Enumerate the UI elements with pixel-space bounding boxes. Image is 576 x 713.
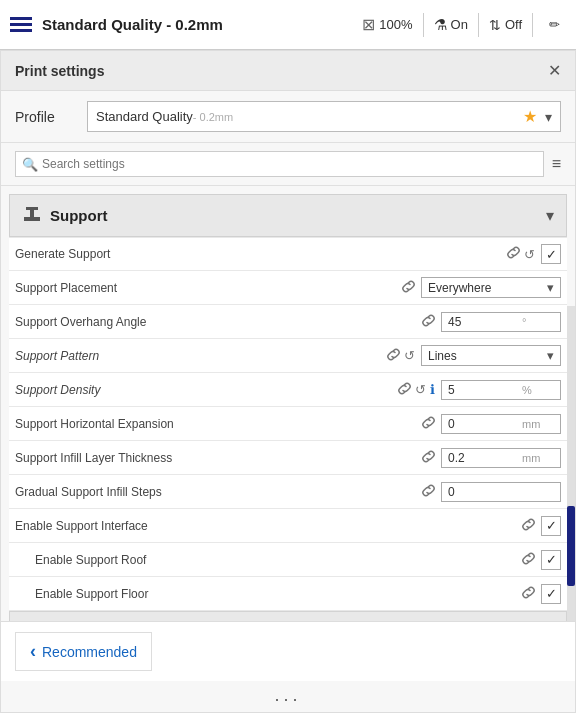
support-section-header[interactable]: Support ▾ xyxy=(9,194,567,237)
profile-value: Standard Quality- 0.2mm xyxy=(96,109,233,124)
section-header-left: Support xyxy=(22,203,108,228)
settings-content: Support ▾ Generate Support↺Support Place… xyxy=(1,186,575,621)
row-icons: ↺ xyxy=(387,348,415,364)
scrollbar-thumb[interactable] xyxy=(567,506,575,586)
row-icon[interactable] xyxy=(422,450,435,466)
row-checkbox[interactable] xyxy=(541,516,561,536)
separator-2 xyxy=(478,13,479,37)
row-icon[interactable]: ↺ xyxy=(404,348,415,363)
row-icon[interactable] xyxy=(398,382,411,398)
row-icon[interactable] xyxy=(507,246,520,262)
row-number-input xyxy=(441,482,561,502)
number-field[interactable] xyxy=(442,381,522,399)
row-icon[interactable]: ↺ xyxy=(524,247,535,262)
row-label: Support Overhang Angle xyxy=(15,315,422,329)
row-checkbox[interactable] xyxy=(541,550,561,570)
row-dropdown[interactable]: Everywhere▾ xyxy=(421,277,561,298)
scrollbar-track xyxy=(567,306,575,621)
percent-badge: ⊠ 100% xyxy=(362,15,412,34)
flask-badge: ⚗ On xyxy=(434,16,468,34)
row-dropdown-text: Everywhere xyxy=(428,281,491,295)
row-checkbox[interactable] xyxy=(541,584,561,604)
table-row: Support Overhang Angle° xyxy=(9,305,567,339)
profile-select-icons: ★ ▾ xyxy=(523,107,552,126)
recommended-chevron: ‹ xyxy=(30,641,36,662)
row-icons xyxy=(422,450,435,466)
toolbar: Standard Quality - 0.2mm ⊠ 100% ⚗ On ⇅ O… xyxy=(0,0,576,50)
row-value xyxy=(441,482,561,502)
row-icon[interactable] xyxy=(422,484,435,500)
row-label: Gradual Support Infill Steps xyxy=(15,485,422,499)
row-checkbox[interactable] xyxy=(541,244,561,264)
flask-icon: ⚗ xyxy=(434,16,447,34)
panel-header: Print settings ✕ xyxy=(1,51,575,91)
adjust-icon: ⇅ xyxy=(489,17,501,33)
pencil-icon[interactable]: ✏ xyxy=(543,15,566,34)
table-row: Enable Support Roof xyxy=(9,543,567,577)
separator-1 xyxy=(423,13,424,37)
row-number-input: mm xyxy=(441,414,561,434)
row-icons xyxy=(422,416,435,432)
row-label: Support Horizontal Expansion xyxy=(15,417,422,431)
svg-rect-2 xyxy=(10,29,32,32)
unit-label: mm xyxy=(522,452,546,464)
table-row: Generate Support↺ xyxy=(9,237,567,271)
number-field[interactable] xyxy=(442,483,522,501)
row-value: mm xyxy=(441,414,561,434)
number-field[interactable] xyxy=(442,449,522,467)
row-value xyxy=(541,584,561,604)
row-dropdown[interactable]: Lines▾ xyxy=(421,345,561,366)
percent-value: 100% xyxy=(379,17,412,32)
dots-bar: ... xyxy=(1,681,575,712)
row-icon[interactable] xyxy=(402,280,415,296)
separator-3 xyxy=(532,13,533,37)
build-plate-icon xyxy=(22,620,42,621)
table-row: Enable Support Interface xyxy=(9,509,567,543)
row-value: ° xyxy=(441,312,561,332)
table-row: Gradual Support Infill Steps xyxy=(9,475,567,509)
row-label: Support Placement xyxy=(15,281,402,295)
support-section-chevron[interactable]: ▾ xyxy=(546,206,554,225)
row-number-input: % xyxy=(441,380,561,400)
build-plate-section-header[interactable]: Build Plate Adhesion ▾ xyxy=(9,611,567,621)
row-icon[interactable]: ℹ xyxy=(430,382,435,397)
close-button[interactable]: ✕ xyxy=(548,61,561,80)
table-row: Support Pattern↺Lines▾ xyxy=(9,339,567,373)
build-plate-header-left: Build Plate Adhesion xyxy=(22,620,199,621)
profile-select[interactable]: Standard Quality- 0.2mm ★ ▾ xyxy=(87,101,561,132)
svg-rect-0 xyxy=(10,17,32,20)
bottom-bar: ‹ Recommended xyxy=(1,621,575,681)
hamburger-menu-icon[interactable]: ≡ xyxy=(552,155,561,173)
row-icons xyxy=(422,314,435,330)
recommended-button[interactable]: ‹ Recommended xyxy=(15,632,152,671)
row-icons xyxy=(422,484,435,500)
number-field[interactable] xyxy=(442,415,522,433)
unit-label: % xyxy=(522,384,538,396)
row-icon[interactable] xyxy=(522,552,535,568)
row-icons xyxy=(522,518,535,534)
number-field[interactable] xyxy=(442,313,522,331)
table-row: Support Density↺ℹ% xyxy=(9,373,567,407)
row-icon[interactable] xyxy=(422,416,435,432)
table-row: Support PlacementEverywhere▾ xyxy=(9,271,567,305)
search-input[interactable] xyxy=(15,151,544,177)
recommended-label: Recommended xyxy=(42,644,137,660)
table-row: Support Horizontal Expansionmm xyxy=(9,407,567,441)
row-icon[interactable] xyxy=(522,586,535,602)
chevron-down-icon[interactable]: ▾ xyxy=(545,109,552,125)
row-value xyxy=(541,550,561,570)
off-label: Off xyxy=(505,17,522,32)
row-number-input: mm xyxy=(441,448,561,468)
percent-icon: ⊠ xyxy=(362,15,375,34)
search-icon: 🔍 xyxy=(22,157,38,172)
menu-icon[interactable] xyxy=(10,14,32,36)
row-icon[interactable]: ↺ xyxy=(415,382,426,397)
adjust-badge: ⇅ Off xyxy=(489,17,522,33)
row-value: Everywhere▾ xyxy=(421,277,561,298)
svg-rect-5 xyxy=(26,207,38,210)
row-icons: ↺ xyxy=(507,246,535,262)
row-icon[interactable] xyxy=(422,314,435,330)
row-icon[interactable] xyxy=(522,518,535,534)
row-icon[interactable] xyxy=(387,348,400,364)
star-icon[interactable]: ★ xyxy=(523,107,537,126)
